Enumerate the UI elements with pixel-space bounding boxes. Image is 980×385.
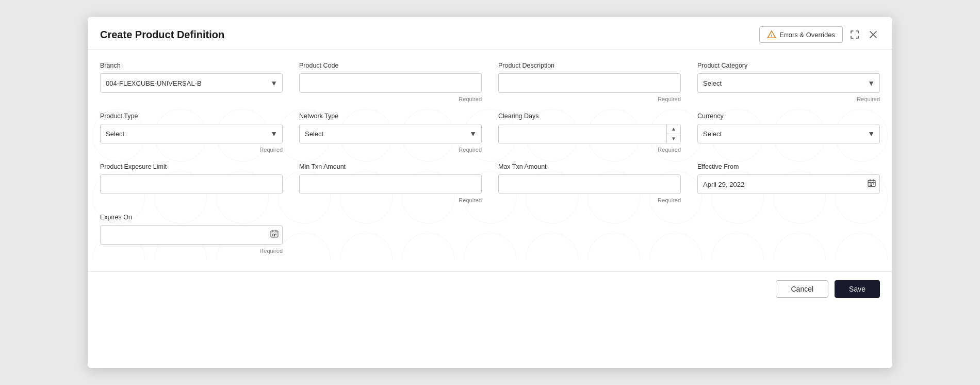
cancel-button[interactable]: Cancel [776,280,828,298]
modal-footer: Cancel Save [88,271,892,306]
warning-icon: ! [767,30,776,39]
currency-select-wrapper: Select ▼ [697,124,880,143]
product-code-field: Product Code Required [299,62,482,102]
currency-select[interactable]: Select [697,124,880,143]
product-exposure-limit-input[interactable] [100,174,283,194]
max-txn-amount-input[interactable] [498,174,681,194]
product-description-field: Product Description Required [498,62,681,102]
errors-overrides-button[interactable]: ! Errors & Overrides [759,26,843,43]
product-category-select-wrapper: Select ▼ [697,73,880,93]
expires-on-input[interactable] [100,225,283,245]
modal-title: Create Product Definition [100,29,224,41]
form-grid: Branch 004-FLEXCUBE-UNIVERSAL-B ▼ Produc… [100,62,880,254]
clearing-days-up-button[interactable]: ▲ [667,124,680,134]
clearing-days-required: Required [498,147,681,153]
product-description-required: Required [498,96,681,102]
currency-field: Currency Select ▼ [697,113,880,153]
product-category-required: Required [697,96,880,102]
product-exposure-limit-label: Product Exposure Limit [100,163,283,170]
expires-on-label: Expires On [100,214,283,221]
clearing-days-field: Clearing Days ▲ ▼ Required [498,113,681,153]
min-txn-amount-input[interactable] [299,174,482,194]
modal-header: Create Product Definition ! Errors & Ove… [88,17,892,50]
expand-icon [850,30,859,39]
branch-select-wrapper: 004-FLEXCUBE-UNIVERSAL-B ▼ [100,73,283,93]
product-description-label: Product Description [498,62,681,69]
product-type-required: Required [100,147,283,153]
network-type-field: Network Type Select ▼ Required [299,113,482,153]
clearing-days-down-button[interactable]: ▼ [667,134,680,143]
expand-button[interactable] [848,28,861,41]
product-category-label: Product Category [697,62,880,69]
product-category-select[interactable]: Select [697,73,880,93]
svg-text:!: ! [771,34,773,38]
effective-from-label: Effective From [697,163,880,170]
product-code-label: Product Code [299,62,482,69]
product-code-required: Required [299,96,482,102]
max-txn-amount-field: Max Txn Amount Required [498,163,681,203]
product-type-select[interactable]: Select [100,124,283,143]
effective-from-input[interactable] [697,174,880,194]
close-icon [869,30,878,39]
product-description-input[interactable] [498,73,681,93]
effective-from-field: Effective From [697,163,880,203]
header-actions: ! Errors & Overrides [759,26,880,43]
min-txn-amount-required: Required [299,197,482,203]
network-type-select-wrapper: Select ▼ [299,124,482,143]
close-button[interactable] [867,28,880,41]
currency-label: Currency [697,113,880,120]
network-type-required: Required [299,147,482,153]
clearing-days-spinners: ▲ ▼ [666,124,680,143]
clearing-days-label: Clearing Days [498,113,681,120]
network-type-label: Network Type [299,113,482,120]
branch-select[interactable]: 004-FLEXCUBE-UNIVERSAL-B [100,73,283,93]
max-txn-amount-required: Required [498,197,681,203]
min-txn-amount-field: Min Txn Amount Required [299,163,482,203]
product-type-field: Product Type Select ▼ Required [100,113,283,153]
errors-overrides-label: Errors & Overrides [779,31,835,39]
modal-body: Branch 004-FLEXCUBE-UNIVERSAL-B ▼ Produc… [88,50,892,259]
product-type-label: Product Type [100,113,283,120]
create-product-definition-modal: Create Product Definition ! Errors & Ove… [88,17,892,368]
product-category-field: Product Category Select ▼ Required [697,62,880,102]
expires-on-field: Expires On [100,214,283,254]
expires-on-date-wrapper [100,225,283,245]
min-txn-amount-label: Min Txn Amount [299,163,482,170]
clearing-days-input[interactable] [499,124,680,143]
effective-from-date-wrapper [697,174,880,194]
max-txn-amount-label: Max Txn Amount [498,163,681,170]
network-type-select[interactable]: Select [299,124,482,143]
product-exposure-limit-field: Product Exposure Limit [100,163,283,203]
product-type-select-wrapper: Select ▼ [100,124,283,143]
branch-label: Branch [100,62,283,69]
save-button[interactable]: Save [835,280,880,298]
clearing-days-wrapper: ▲ ▼ [498,124,681,143]
expires-on-required: Required [100,248,283,254]
product-code-input[interactable] [299,73,482,93]
branch-field: Branch 004-FLEXCUBE-UNIVERSAL-B ▼ [100,62,283,102]
